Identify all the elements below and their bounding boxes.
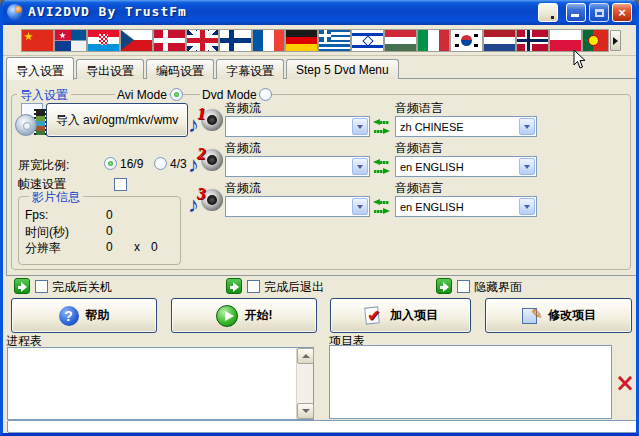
- pencil-icon: ✎: [531, 306, 543, 322]
- maximize-icon: [595, 9, 604, 17]
- remove-project-button[interactable]: ×: [615, 371, 635, 395]
- flag-israel-icon[interactable]: [352, 30, 383, 51]
- tab-export-settings[interactable]: 导出设置: [76, 59, 144, 79]
- speaker-number: 3: [197, 184, 206, 204]
- aspect-43-radio[interactable]: [154, 157, 167, 170]
- flag-italy-icon[interactable]: [418, 30, 449, 51]
- audio-stream-combo-3[interactable]: [225, 196, 370, 217]
- flag-greece-icon[interactable]: [319, 30, 350, 51]
- import-video-button[interactable]: 导入 avi/ogm/mkv/wmv: [46, 103, 188, 137]
- triangle-right-icon: [613, 37, 618, 45]
- shutdown-after-label: 完成后关机: [52, 279, 112, 296]
- flag-croatia-icon[interactable]: [88, 30, 119, 51]
- chevron-down-icon[interactable]: [352, 198, 368, 215]
- audio-language-combo-1[interactable]: zh CHINESE: [395, 116, 537, 137]
- chevron-down-icon[interactable]: [519, 198, 535, 215]
- arrow-left-icon: [373, 119, 390, 126]
- project-listbox[interactable]: [329, 345, 612, 419]
- speaker-1-icon: ♪ 1: [188, 104, 224, 138]
- flag-norway-icon[interactable]: [517, 30, 548, 51]
- maximize-button[interactable]: [589, 3, 609, 22]
- tab-step5-dvd-menu[interactable]: Step 5 Dvd Menu: [286, 59, 399, 79]
- flag-poland-icon[interactable]: [550, 30, 581, 51]
- speaker-number: 1: [197, 104, 206, 124]
- mouse-cursor: [573, 49, 587, 70]
- fps-label: Fps:: [25, 208, 48, 222]
- green-arrow-icon: [226, 278, 242, 294]
- help-button-label: 帮助: [86, 307, 110, 324]
- tab-subtitle-settings[interactable]: 字幕设置: [216, 59, 284, 79]
- chevron-down-icon[interactable]: [519, 118, 535, 135]
- exit-after-checkbox[interactable]: [247, 280, 260, 293]
- exit-after-label: 完成后退出: [264, 279, 324, 296]
- window-title: AVI2DVD By TrustFm: [28, 4, 187, 19]
- add-project-label: 加入项目: [390, 307, 438, 324]
- speaker-3-icon: ♪ 3: [188, 184, 224, 218]
- tab-strip: 导入设置 导出设置 编码设置 字幕设置 Step 5 Dvd Menu: [6, 56, 401, 79]
- question-circle-icon: ?: [59, 306, 79, 326]
- edit-project-button[interactable]: ✎ 修改项目: [485, 298, 632, 333]
- framerate-checkbox[interactable]: [114, 178, 127, 191]
- resolution-height-value: 0: [151, 240, 158, 254]
- progress-log-textarea[interactable]: [7, 347, 314, 420]
- avi-mode-label: Avi Mode: [115, 88, 169, 102]
- audio-stream-combo-1[interactable]: [225, 116, 370, 137]
- resolution-label: 分辨率: [25, 240, 61, 257]
- shutdown-after-checkbox[interactable]: [35, 280, 48, 293]
- flag-scroll-right-button[interactable]: [610, 30, 621, 51]
- chevron-down-icon[interactable]: [352, 118, 368, 135]
- import-button-label: 导入 avi/ogm/mkv/wmv: [56, 112, 179, 129]
- flag-panama-icon[interactable]: [55, 30, 86, 51]
- flag-germany-icon[interactable]: [286, 30, 317, 51]
- flag-china-icon[interactable]: [22, 30, 53, 51]
- avi-mode-radio[interactable]: [170, 88, 183, 101]
- green-arrow-icon: [436, 278, 452, 294]
- time-label: 时间(秒): [25, 224, 69, 241]
- flag-south-korea-icon[interactable]: [451, 30, 482, 51]
- audio-stream-label-3: 音频流: [225, 180, 261, 197]
- flag-denmark-icon[interactable]: [154, 30, 185, 51]
- flag-netherlands-icon[interactable]: [484, 30, 515, 51]
- audio-stream-combo-2[interactable]: [225, 156, 370, 177]
- flag-united-kingdom-icon[interactable]: [187, 30, 218, 51]
- progress-scrollbar[interactable]: [296, 348, 313, 419]
- close-icon: ×: [618, 5, 626, 20]
- scroll-up-button[interactable]: [297, 348, 314, 364]
- flag-finland-icon[interactable]: [220, 30, 251, 51]
- flag-czech-republic-icon[interactable]: [121, 30, 152, 51]
- audio-stream-label-2: 音频流: [225, 140, 261, 157]
- close-button[interactable]: ×: [612, 3, 632, 22]
- flag-hungary-icon[interactable]: [385, 30, 416, 51]
- hide-ui-checkbox[interactable]: [457, 280, 470, 293]
- tab-import-settings[interactable]: 导入设置: [6, 57, 74, 80]
- chevron-down-icon[interactable]: [352, 158, 368, 175]
- clipboard-check-icon: ✔: [363, 306, 383, 326]
- resolution-x: x: [134, 240, 140, 254]
- swap-arrows-icon-2: [373, 159, 390, 176]
- audio-language-label-1: 音频语言: [395, 100, 443, 117]
- flag-france-icon[interactable]: [253, 30, 284, 51]
- flag-portugal-icon[interactable]: [583, 30, 608, 51]
- chevron-down-icon[interactable]: [519, 158, 535, 175]
- audio-language-value-3: en ENGLISH: [400, 201, 464, 213]
- scroll-down-button[interactable]: [297, 403, 314, 419]
- minimize-button[interactable]: [566, 3, 586, 22]
- aspect-43-label: 4/3: [170, 157, 187, 171]
- add-project-button[interactable]: ✔ 加入项目: [330, 298, 471, 333]
- video-disc-icon: [15, 103, 45, 139]
- play-circle-icon: [216, 305, 238, 327]
- audio-stream-label-1: 音频流: [225, 100, 261, 117]
- app-icon: [7, 4, 23, 20]
- help-button[interactable]: ? 帮助: [11, 298, 157, 333]
- audio-language-combo-3[interactable]: en ENGLISH: [395, 196, 537, 217]
- arrow-left-icon: [373, 199, 390, 206]
- app-window: AVI2DVD By TrustFm × 导入设置 导出设置 编码设置 字幕设置…: [0, 0, 639, 436]
- import-group-title: 导入设置: [17, 87, 71, 104]
- tab-encoding-settings[interactable]: 编码设置: [146, 59, 214, 79]
- titlebar-extra-button[interactable]: [538, 3, 558, 22]
- swap-arrows-icon-3: [373, 199, 390, 216]
- audio-language-combo-2[interactable]: en ENGLISH: [395, 156, 537, 177]
- time-value: 0: [106, 224, 113, 238]
- aspect-169-radio[interactable]: [104, 157, 117, 170]
- start-button[interactable]: 开始!: [171, 298, 317, 333]
